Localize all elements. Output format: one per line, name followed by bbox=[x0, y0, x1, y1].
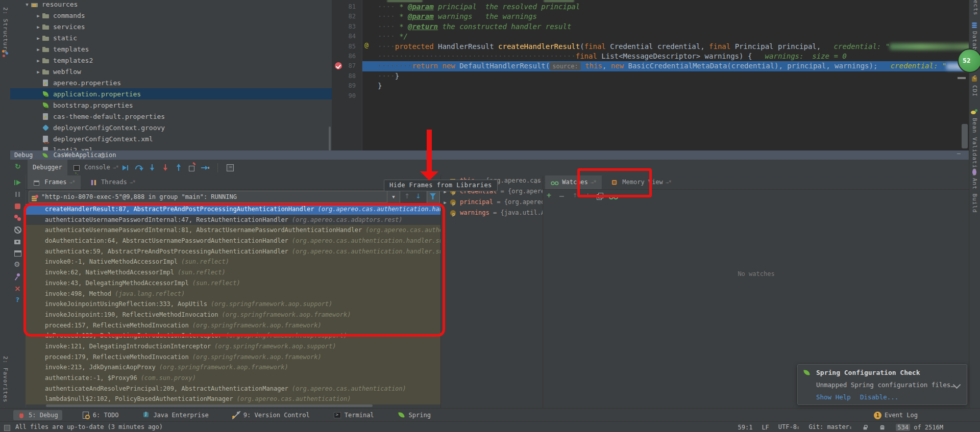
remove-watch-icon[interactable] bbox=[558, 192, 566, 200]
project-tree[interactable]: ▼resources▶commands▶services▶static▶temp… bbox=[10, 0, 332, 150]
mute-breakpoints-icon[interactable] bbox=[14, 226, 22, 234]
lock-icon[interactable] bbox=[862, 424, 869, 431]
pin-icon[interactable] bbox=[14, 273, 22, 281]
pause-icon[interactable] bbox=[14, 191, 22, 199]
line-ending[interactable]: LF bbox=[762, 422, 769, 432]
tree-item-commands[interactable]: ▶commands bbox=[10, 10, 332, 21]
tree-item-bootstrap.properties[interactable]: bootstrap.properties bbox=[10, 99, 332, 111]
breakpoint-icon[interactable] bbox=[335, 62, 342, 69]
tree-item-log4j2.xml[interactable]: log4j2.xml bbox=[10, 144, 332, 150]
toolwindow-button-5-debug[interactable]: 5: Debug bbox=[13, 410, 62, 420]
tab-threads[interactable]: Threads bbox=[84, 175, 141, 189]
restore-layout-icon[interactable] bbox=[14, 249, 22, 258]
tree-expand-icon[interactable]: ▼ bbox=[23, 0, 31, 10]
move-up-icon[interactable] bbox=[571, 192, 579, 200]
run-to-cursor-icon[interactable] bbox=[201, 164, 209, 172]
frame-row[interactable]: invoke:213, JdkDynamicAopProxy(org.sprin… bbox=[26, 362, 440, 373]
force-step-into-icon[interactable] bbox=[161, 164, 169, 172]
show-execution-point-icon[interactable] bbox=[121, 164, 130, 172]
toolwindow-button-ant-build[interactable]: Ant Build bbox=[970, 168, 978, 213]
step-into-icon[interactable] bbox=[148, 164, 156, 172]
frame-row[interactable]: invokeJoinpointUsingReflection:333, AopU… bbox=[26, 299, 440, 310]
tree-expand-icon[interactable]: ▶ bbox=[35, 33, 42, 44]
move-down-icon[interactable] bbox=[583, 192, 592, 200]
favorites-toolwindow-button[interactable]: 2: Favorites bbox=[2, 356, 9, 402]
rerun-icon[interactable] bbox=[14, 163, 22, 171]
frame-row[interactable]: lambda$null$2:102, PolicyBasedAuthentica… bbox=[26, 394, 440, 404]
frames-horizontal-scrollbar[interactable] bbox=[46, 404, 373, 407]
tree-expand-icon[interactable]: ▶ bbox=[35, 55, 42, 66]
editor-code-area[interactable]: ···· * @param principal the resolved pri… bbox=[362, 0, 969, 150]
tree-item-cas-theme-default.properties[interactable]: cas-theme-default.properties bbox=[10, 111, 332, 122]
tree-item-static[interactable]: ▶static bbox=[10, 32, 332, 43]
toolwindow-button-cdi[interactable]: CDI bbox=[970, 75, 978, 97]
frame-row[interactable]: proceed:157, ReflectiveMethodInvocation(… bbox=[26, 320, 440, 331]
drop-frame-icon[interactable] bbox=[188, 164, 196, 172]
toolwindow-button-bean-validation[interactable]: Bean Validation bbox=[970, 108, 978, 176]
duplicate-icon[interactable] bbox=[596, 192, 604, 200]
clipped-toolwindow-label[interactable]: ects bbox=[972, 0, 979, 16]
step-out-icon[interactable] bbox=[175, 164, 183, 172]
thread-dump-icon[interactable] bbox=[14, 238, 22, 246]
code-editor[interactable]: 81828384858687888990 ···· * @param princ… bbox=[332, 0, 969, 150]
tree-item-resources[interactable]: ▼resources bbox=[10, 0, 332, 10]
stop-icon[interactable] bbox=[14, 202, 22, 211]
frame-row[interactable]: invoke:498, Method(java.lang.reflect) bbox=[26, 289, 440, 299]
close-icon[interactable] bbox=[14, 285, 22, 293]
frame-row[interactable]: createHandlerResult:87, AbstractPreAndPo… bbox=[26, 204, 440, 215]
tree-item-apereo.properties[interactable]: apereo.properties bbox=[10, 77, 332, 88]
show-help-link[interactable]: Show Help bbox=[816, 393, 851, 401]
frame-row[interactable]: proceed:179, ReflectiveMethodInvocation(… bbox=[26, 352, 440, 363]
tree-expand-icon[interactable]: ▶ bbox=[35, 66, 42, 78]
view-breakpoints-icon[interactable] bbox=[14, 214, 22, 222]
variables-panel[interactable]: ▶this = {org.apereo.cas.a▶credential = {… bbox=[440, 175, 543, 408]
tree-expand-icon[interactable]: ▶ bbox=[35, 10, 42, 21]
tab-console[interactable]: Console bbox=[67, 160, 124, 175]
toolwindow-toggle-icon[interactable] bbox=[3, 424, 11, 432]
frame-row[interactable]: authenticate:59, AbstractPreAndPostProce… bbox=[26, 246, 440, 257]
git-branch[interactable]: Git: master↕ bbox=[808, 422, 852, 432]
hide-frames-from-libraries-button[interactable] bbox=[427, 190, 440, 204]
variables-pin-icon[interactable] bbox=[531, 179, 540, 186]
frame-row[interactable]: invoke:62, NativeMethodAccessorImpl(sun.… bbox=[26, 267, 440, 278]
toolwindow-button-9-version-control[interactable]: 9: Version Control bbox=[228, 410, 314, 420]
toolwindow-button-java-enterprise[interactable]: Java Enterprise bbox=[138, 410, 212, 420]
watches-icon[interactable] bbox=[609, 192, 617, 200]
tree-item-templates[interactable]: ▶templates bbox=[10, 43, 332, 55]
settings-icon[interactable] bbox=[14, 261, 22, 269]
add-watch-icon[interactable] bbox=[545, 192, 553, 200]
header-settings-icon[interactable] bbox=[100, 152, 108, 160]
step-over-icon[interactable] bbox=[135, 164, 143, 172]
tab-watches[interactable]: Watches bbox=[545, 175, 602, 189]
tree-item-services[interactable]: ▶services bbox=[10, 21, 332, 32]
tree-item-deployerConfigContext.xml[interactable]: deployerConfigContext.xml bbox=[10, 133, 332, 144]
frame-row[interactable]: authenticateAndResolvePrincipal:209, Abs… bbox=[26, 384, 440, 394]
structure-icon[interactable] bbox=[1, 49, 9, 57]
encoding[interactable]: UTF-8↕ bbox=[778, 422, 800, 432]
frame-row[interactable]: invoke0:-1, NativeMethodAccessorImpl(sun… bbox=[26, 257, 440, 267]
editor-gutter[interactable]: 81828384858687888990 bbox=[332, 0, 362, 150]
next-frame-icon[interactable]: ↓ bbox=[415, 192, 421, 200]
tree-item-deployerConfigContext.groovy[interactable]: deployerConfigContext.groovy bbox=[10, 122, 332, 133]
frame-row[interactable]: invoke:121, DelegatingIntroductionInterc… bbox=[26, 341, 440, 352]
tree-item-templates2[interactable]: ▶templates2 bbox=[10, 55, 332, 66]
tab-memory-view[interactable]: Memory View bbox=[605, 175, 677, 189]
caret-position[interactable]: 59:1 bbox=[738, 422, 752, 432]
hector-icon[interactable] bbox=[879, 424, 886, 431]
help-icon[interactable] bbox=[14, 296, 22, 304]
toolwindow-button-spring[interactable]: Spring bbox=[394, 410, 435, 420]
inspections-badge[interactable]: 52 bbox=[958, 48, 980, 73]
toolwindow-button-terminal[interactable]: Terminal bbox=[329, 410, 378, 420]
frame-row[interactable]: authenticateUsernamePasswordInternal:47,… bbox=[26, 215, 440, 225]
expand-icon[interactable]: ▶ bbox=[441, 197, 449, 208]
tab-debugger[interactable]: Debugger bbox=[28, 160, 67, 175]
evaluate-expression-icon[interactable] bbox=[226, 164, 234, 172]
frame-row[interactable]: invokeJoinpoint:190, ReflectiveMethodInv… bbox=[26, 310, 440, 320]
thread-selector[interactable]: "http-nio-8070-exec-5"@9,888 in group "m… bbox=[29, 191, 388, 203]
thread-selector-dropdown-button[interactable]: ▼ bbox=[387, 191, 400, 204]
frame-row[interactable]: authenticateUsernamePasswordInternal:81,… bbox=[26, 225, 440, 236]
frame-row[interactable]: doProceed:133, DelegatingIntroductionInt… bbox=[26, 331, 440, 341]
tree-expand-icon[interactable]: ▶ bbox=[35, 44, 42, 55]
tab-frames[interactable]: Frames bbox=[28, 175, 81, 189]
event-log-button[interactable]: 1 Event Log bbox=[874, 409, 918, 422]
